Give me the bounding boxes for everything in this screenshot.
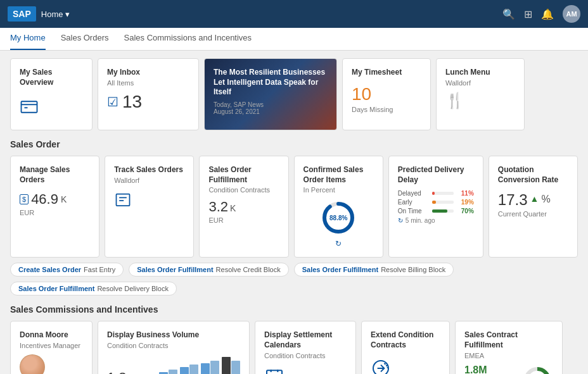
svg-rect-8 (267, 370, 282, 374)
card-quotation-conversion-rate[interactable]: Quotation Conversion Rate 17.3 ▲ % Curre… (489, 156, 578, 258)
grid-icon[interactable]: ⊞ (524, 8, 532, 20)
card-title: Manage Sales Orders (20, 165, 90, 185)
card-track-sales-orders[interactable]: Track Sales Orders Walldorf (105, 156, 194, 258)
sap-logo[interactable]: SAP (8, 6, 36, 22)
manage-value-suffix: K (61, 194, 67, 204)
card-subtitle: All Items (107, 79, 189, 87)
sales-order-section-title: Sales Order (10, 139, 578, 149)
quotation-unit: % (541, 194, 550, 205)
card-title: My Inbox (107, 68, 189, 78)
card-predicted-delivery-delay[interactable]: Predicted Delivery Delay Delayed 11% Ear… (388, 156, 483, 258)
commissions-section-title: Sales Commissions and Incentives (10, 304, 578, 315)
bar-q3-actual (201, 363, 210, 374)
inbox-value: ☑ 13 (107, 92, 189, 112)
card-subtitle: Incentives Manager (20, 342, 83, 349)
early-pct: 19% (456, 199, 474, 206)
nav-bar: My Home Sales Orders Sales Commissions a… (0, 28, 588, 51)
card-lunch-menu[interactable]: Lunch Menu Walldorf 🍴 (436, 58, 525, 130)
contract-donut (521, 365, 553, 374)
nav-item-sales-orders[interactable]: Sales Orders (61, 28, 109, 50)
card-title: Sales Contract Fulfillment (464, 330, 553, 350)
fulfillment-value: 3.2 (208, 199, 228, 215)
card-title: Confirmed Sales Order Items (304, 165, 374, 185)
quick-action-label: Resolve Billing Block (381, 266, 445, 273)
bar-q4-actual (222, 357, 231, 374)
manage-unit: EUR (20, 209, 90, 216)
bell-icon[interactable]: 🔔 (541, 8, 554, 20)
bar-group-q2 (180, 365, 198, 374)
card-news[interactable]: The Most Resilient Businesses Let Intell… (204, 58, 337, 130)
bar-group-q1 (159, 370, 177, 374)
card-subtitle: Condition Contracts (264, 352, 347, 359)
quotation-value: 17.3 (498, 191, 528, 209)
delayed-pct: 11% (456, 190, 474, 197)
timesheet-unit: Days Missing (352, 106, 421, 113)
card-settlement-calendars[interactable]: Display Settlement Calendars Condition C… (255, 321, 356, 374)
settlement-icon: € (264, 367, 347, 374)
card-subtitle: Walldorf (114, 177, 184, 184)
quotation-sub-unit: Current Quarter (498, 210, 568, 218)
news-title: The Most Resilient Businesses Let Intell… (214, 68, 328, 97)
delay-row-delayed: Delayed 11% (398, 190, 474, 197)
nav-item-my-home[interactable]: My Home (10, 28, 46, 50)
cutlery-icon: 🍴 (445, 92, 515, 109)
nav-item-commissions[interactable]: Sales Commissions and Incentives (124, 28, 252, 50)
svg-rect-3 (117, 194, 130, 206)
card-sales-order-fulfillment[interactable]: Sales Order Fulfillment Condition Contra… (199, 156, 288, 258)
quick-action-label: Resolve Delivery Block (97, 285, 168, 292)
header: SAP Home ▾ 🔍 ⊞ 🔔 AM (0, 0, 588, 28)
main-content: My Sales Overview My Inbox All Items ☑ 1… (0, 51, 588, 374)
fulfillment-unit: EUR (208, 216, 279, 224)
news-source: Today, SAP News (214, 101, 328, 108)
card-title: Sales Order Fulfillment (208, 165, 279, 185)
quick-action-label: Resolve Credit Block (216, 266, 281, 273)
fulfillment-suffix: K (230, 203, 236, 213)
chevron-icon: ▾ (65, 9, 70, 19)
card-title: Display Business Volume (107, 330, 240, 340)
news-date: August 26, 2021 (214, 108, 328, 115)
bar-chart (159, 354, 240, 374)
quick-action-link: Sales Order Fulfillment (137, 266, 213, 273)
card-manage-sales-orders[interactable]: Manage Sales Orders $ 46.9 K EUR (10, 156, 99, 258)
svg-point-13 (373, 361, 388, 374)
quick-action-2[interactable]: Sales Order Fulfillment Resolve Billing … (294, 263, 454, 277)
refresh-icon[interactable]: ↻ (335, 239, 342, 248)
card-title: Extend Condition Contracts (371, 330, 440, 350)
card-extend-condition-contracts[interactable]: Extend Condition Contracts (361, 321, 450, 374)
card-business-volume[interactable]: Display Business Volume Condition Contra… (98, 321, 250, 374)
card-title: My Sales Overview (20, 68, 83, 87)
card-title: Donna Moore (20, 330, 83, 340)
delay-row-on-time: On Time 70% (398, 208, 474, 215)
card-sales-contract-fulfillment[interactable]: Sales Contract Fulfillment EMEA 1.8M 3M … (455, 321, 563, 374)
header-left: SAP Home ▾ (8, 6, 70, 22)
quick-actions-bar: Create Sales Order Fast Entry Sales Orde… (10, 263, 578, 296)
extend-icon (371, 358, 440, 374)
track-icon (114, 192, 184, 213)
sales-order-cards: Manage Sales Orders $ 46.9 K EUR Track S… (10, 156, 578, 258)
card-title: Quotation Conversion Rate (498, 165, 568, 185)
quick-action-link: Sales Order Fulfillment (302, 266, 378, 273)
card-my-timesheet[interactable]: My Timesheet 10 Days Missing (342, 58, 431, 130)
delay-row-early: Early 19% (398, 199, 474, 206)
search-icon[interactable]: 🔍 (502, 8, 515, 20)
home-nav-label[interactable]: Home ▾ (41, 9, 70, 19)
quick-action-3[interactable]: Sales Order Fulfillment Resolve Delivery… (10, 282, 177, 296)
card-title: Predicted Delivery Delay (398, 165, 474, 185)
delay-refresh: ↻ 5 min. ago (398, 217, 474, 224)
card-donna-moore[interactable]: Donna Moore Incentives Manager (10, 321, 93, 374)
quick-action-0[interactable]: Create Sales Order Fast Entry (10, 263, 124, 277)
card-subtitle: EMEA (464, 352, 553, 359)
card-my-sales-overview[interactable]: My Sales Overview (10, 58, 93, 130)
avatar[interactable]: AM (563, 5, 580, 23)
card-title: Display Settlement Calendars (264, 330, 347, 350)
card-title: Track Sales Orders (114, 165, 184, 175)
bar-group-q4 (222, 357, 240, 374)
header-icons: 🔍 ⊞ 🔔 AM (502, 5, 580, 23)
card-my-inbox[interactable]: My Inbox All Items ☑ 13 (98, 58, 199, 130)
card-confirmed-sales-order-items[interactable]: Confirmed Sales Order Items In Percent 8… (294, 156, 383, 258)
refresh-icon[interactable]: ↻ (398, 217, 403, 224)
svg-rect-0 (22, 101, 37, 113)
bar-q1-forecast (169, 370, 177, 374)
top-tiles-row: My Sales Overview My Inbox All Items ☑ 1… (10, 58, 578, 130)
quick-action-1[interactable]: Sales Order Fulfillment Resolve Credit B… (129, 263, 289, 277)
